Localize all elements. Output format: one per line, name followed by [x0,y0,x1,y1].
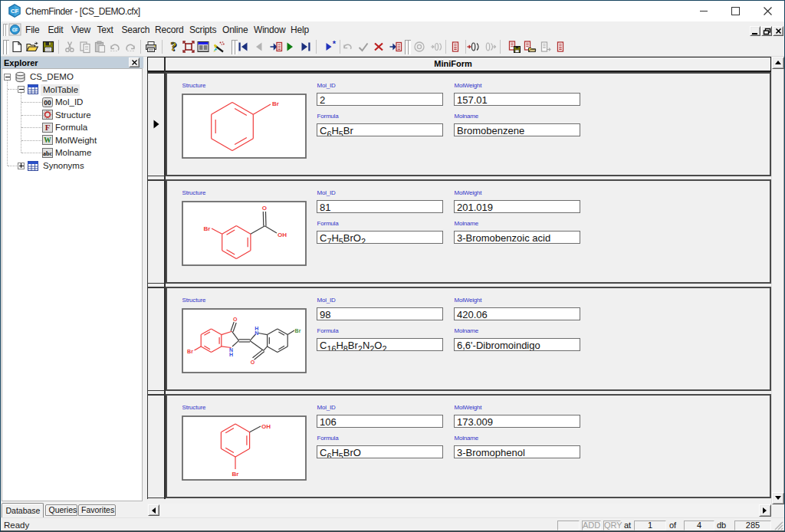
svg-text:N: N [255,330,258,336]
svg-text:OH: OH [261,423,271,430]
svg-text:O: O [262,205,267,212]
svg-text:CF: CF [12,28,18,32]
svg-text:Br: Br [204,225,211,232]
svg-text:abc: abc [43,149,52,156]
svg-text:CF: CF [11,8,18,15]
svg-text:H: H [255,326,258,331]
svg-text:*: * [333,39,337,48]
svg-text:Br: Br [232,471,239,478]
svg-text:F: F [45,123,51,132]
svg-text:O: O [251,360,255,365]
svg-text:Br: Br [295,328,301,333]
svg-text:OH: OH [278,232,287,238]
svg-text:W: W [44,136,51,144]
svg-text:?: ? [170,40,176,53]
svg-text:00: 00 [44,98,51,106]
svg-text:O: O [233,317,238,322]
svg-text:Br: Br [272,100,279,107]
svg-text:H: H [229,352,233,357]
svg-text:Br: Br [187,349,193,354]
